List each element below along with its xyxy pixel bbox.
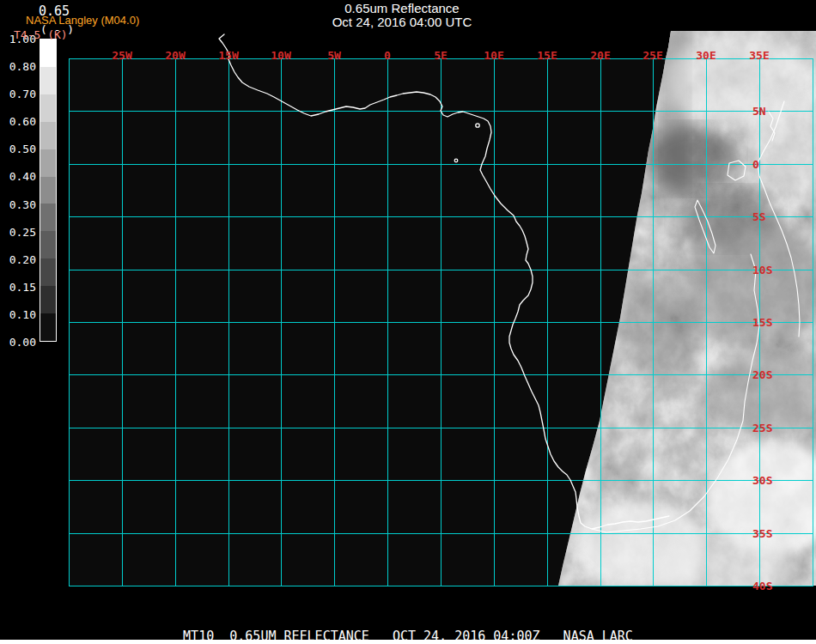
colorbar-band-8: [40, 258, 56, 286]
island-bioko: [476, 124, 479, 127]
colorbar-band-3: [40, 122, 56, 149]
colorbar-tick-label: 0.60: [9, 115, 36, 128]
colorbar-band-5: [40, 177, 56, 204]
island-sao-tome: [454, 159, 458, 162]
colorbar-band-1: [40, 67, 56, 94]
colorbar-tick-label: 0.20: [9, 252, 36, 265]
colorbar-tick-label: 0.80: [9, 60, 36, 73]
lake-victoria-outline: [728, 161, 746, 180]
mozambique-coastline: [592, 254, 759, 532]
colorbar-tick-label: 0.10: [9, 307, 36, 320]
colorbar-band-4: [40, 149, 56, 177]
east-coastline: [758, 101, 800, 337]
colorbar-tick-label: 0.30: [9, 197, 36, 210]
page-subtitle-timestamp: Oct 24, 2016 04:00 UTC: [332, 15, 472, 29]
colorbar-band-2: [40, 94, 56, 122]
colorbar-tick-label: 0.50: [9, 143, 36, 155]
colorbar-tick-label: 0.25: [9, 225, 36, 238]
bottom-white-strip: [0, 640, 816, 644]
lake-tanganyika-outline: [695, 200, 716, 253]
colorbar-tick-label: 0.70: [9, 88, 36, 100]
west-africa-coastline: [219, 34, 669, 529]
colorbar-tick-label: 0.15: [9, 280, 36, 293]
colorbar-tick-label: 0.00: [9, 336, 36, 349]
colorbar-tick-labels: 1.000.800.700.600.500.400.300.250.200.15…: [0, 39, 36, 342]
colorbar-band-10: [40, 313, 56, 341]
aux-channel-label: T4-5 (K): [14, 28, 68, 41]
colorbar-band-9: [40, 286, 56, 313]
colorbar-tick-label: 0.40: [9, 170, 36, 183]
source-label: NASA Langley (M04.0): [26, 14, 139, 27]
coastline-overlay: [0, 0, 816, 644]
colorbar-band-7: [40, 231, 56, 258]
reflectance-colorbar: [40, 39, 57, 342]
title-block: 0.65um Reflectance Oct 24, 2016 04:00 UT…: [332, 2, 472, 29]
page-title: 0.65um Reflectance: [332, 2, 472, 15]
colorbar-band-6: [40, 204, 56, 231]
colorbar-band-0: [40, 39, 56, 67]
